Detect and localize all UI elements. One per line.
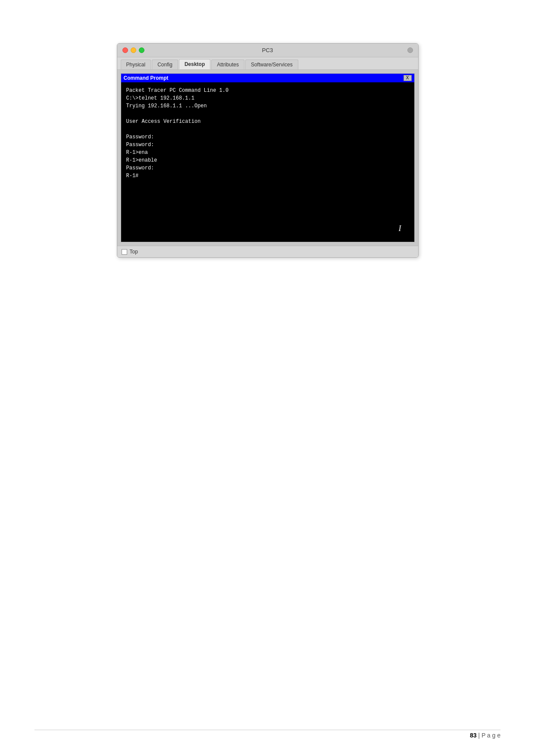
tab-bar: Physical Config Desktop Attributes Softw…	[117, 57, 418, 70]
power-icon	[407, 47, 413, 53]
window-title: PC3	[262, 47, 273, 53]
cursor-icon: I	[399, 224, 401, 233]
terminal-output: Packet Tracer PC Command Line 1.0 C:\>te…	[126, 87, 409, 180]
cmd-close-button[interactable]: X	[404, 75, 412, 81]
maximize-button[interactable]	[139, 47, 144, 53]
minimize-button[interactable]	[131, 47, 136, 53]
page-footer: 83 | P a g e	[470, 732, 501, 739]
cmd-title: Command Prompt	[124, 75, 169, 81]
cmd-header: Command Prompt X	[121, 74, 414, 82]
pc3-window: PC3 Physical Config Desktop Attributes S…	[117, 43, 419, 258]
page-wrapper: PC3 Physical Config Desktop Attributes S…	[0, 0, 535, 258]
tab-desktop[interactable]: Desktop	[179, 59, 210, 69]
footer-page-label: P a g e	[482, 732, 501, 739]
content-area: Command Prompt X Packet Tracer PC Comman…	[117, 70, 418, 246]
top-label: Top	[130, 249, 138, 255]
traffic-lights	[122, 47, 144, 53]
tab-physical[interactable]: Physical	[121, 59, 151, 69]
footer-line	[34, 730, 501, 730]
tab-software-services[interactable]: Software/Services	[245, 59, 298, 69]
title-bar: PC3	[117, 44, 418, 57]
close-button[interactable]	[122, 47, 128, 53]
tab-config[interactable]: Config	[152, 59, 178, 69]
bottom-bar: Top	[117, 246, 418, 257]
top-checkbox[interactable]	[122, 249, 127, 255]
tab-attributes[interactable]: Attributes	[211, 59, 244, 69]
command-prompt-panel: Command Prompt X Packet Tracer PC Comman…	[121, 73, 415, 242]
terminal-area[interactable]: Packet Tracer PC Command Line 1.0 C:\>te…	[121, 82, 414, 242]
footer-separator: |	[478, 732, 480, 739]
page-number: 83	[470, 732, 477, 739]
